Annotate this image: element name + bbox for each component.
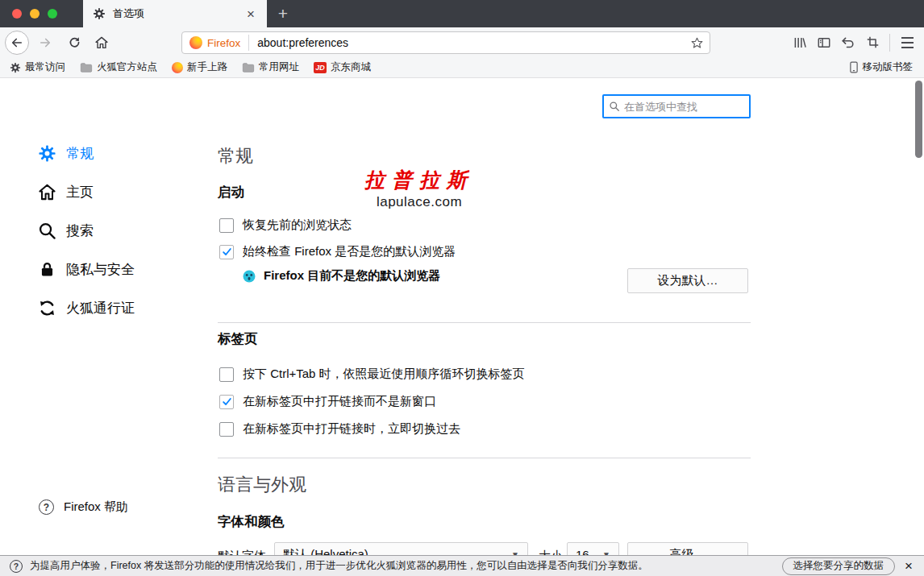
gear-icon — [10, 62, 21, 73]
bookmark-most-visited[interactable]: 最常访问 — [10, 60, 65, 74]
url-text[interactable]: about:preferences — [249, 36, 690, 49]
hamburger-icon — [901, 37, 914, 48]
site-identity[interactable]: Firefox — [182, 35, 249, 51]
close-icon[interactable]: × — [905, 559, 913, 573]
checkbox-row-check-default: 始终检查 Firefox 是否是您的默认浏览器 — [219, 244, 456, 259]
checkbox-label[interactable]: 按下 Ctrl+Tab 时，依照最近使用顺序循环切换标签页 — [243, 367, 525, 382]
checkbox-label[interactable]: 恢复先前的浏览状态 — [243, 218, 352, 233]
library-icon — [793, 35, 807, 50]
default-browser-status: Firefox 目前不是您的默认浏览器 — [242, 268, 440, 284]
bookmark-getting-started[interactable]: 新手上路 — [172, 60, 227, 74]
tab-title: 首选项 — [113, 6, 244, 21]
reload-icon — [68, 35, 81, 49]
sync-icon — [37, 298, 56, 317]
search-icon — [609, 101, 620, 112]
bookmarks-toolbar: 最常访问 火狐官方站点 新手上路 常用网址 JD 京东商城 移动版书签 — [0, 57, 924, 78]
bookmark-label: 移动版书签 — [863, 60, 914, 74]
font-size-select[interactable]: 16 ▼ — [567, 542, 619, 555]
tabs-heading: 标签页 — [218, 330, 258, 348]
sidebar-item-home[interactable]: 主页 — [32, 172, 194, 211]
sidebar-item-label: 常规 — [66, 144, 94, 163]
font-size-label: 大小 — [539, 549, 563, 555]
status-text: Firefox 目前不是您的默认浏览器 — [264, 268, 440, 284]
bookmark-label: 新手上路 — [187, 60, 227, 74]
preferences-page: 常规 主页 搜索 隐私与安全 — [0, 78, 924, 555]
lock-icon — [37, 259, 56, 279]
checkbox-label[interactable]: 始终检查 Firefox 是否是您的默认浏览器 — [243, 244, 456, 259]
bookmark-label: 京东商城 — [331, 60, 371, 74]
gear-icon — [37, 143, 56, 163]
library-button[interactable] — [788, 31, 812, 54]
set-default-button[interactable]: 设为默认… — [627, 268, 748, 293]
sidebar-item-privacy-security[interactable]: 隐私与安全 — [32, 250, 194, 288]
screenshot-button[interactable] — [860, 31, 884, 54]
maximize-window-button[interactable] — [48, 9, 57, 19]
watermark-text: 拉普拉斯 — [364, 167, 474, 193]
check-icon — [222, 396, 232, 407]
bookmark-mobile-bookmarks[interactable]: 移动版书签 — [849, 60, 914, 74]
checkbox[interactable] — [219, 245, 234, 259]
forward-arrow-icon — [38, 35, 52, 50]
section-divider — [218, 458, 751, 458]
back-button[interactable] — [5, 31, 29, 55]
preferences-search-box[interactable] — [602, 94, 751, 118]
sidebar-item-label: 火狐通行证 — [66, 299, 135, 317]
bookmark-star-icon[interactable] — [690, 36, 704, 50]
navigation-toolbar: Firefox about:preferences — [0, 27, 924, 57]
checkbox-row-ctrl-tab: 按下 Ctrl+Tab 时，依照最近使用顺序循环切换标签页 — [219, 367, 525, 382]
notification-message: 为提高用户体验，Firefox 将发送部分功能的使用情况给我们，用于进一步优化火… — [30, 559, 648, 573]
sidebar-item-label: 搜索 — [66, 222, 94, 240]
checkbox-label[interactable]: 在新标签页中打开链接时，立即切换过去 — [243, 421, 460, 437]
sidebar-item-label: 主页 — [66, 183, 94, 201]
forward-button[interactable] — [34, 31, 56, 54]
checkbox[interactable] — [219, 395, 234, 409]
section-divider — [218, 322, 751, 323]
menu-button[interactable] — [895, 31, 919, 54]
sidebar-item-search[interactable]: 搜索 — [32, 211, 194, 250]
sidebars-button[interactable] — [812, 31, 836, 54]
checkbox[interactable] — [219, 218, 234, 233]
gear-icon — [93, 7, 106, 20]
back-arrow-icon — [10, 35, 24, 50]
undo-button[interactable] — [836, 31, 860, 54]
scrollbar-thumb[interactable] — [915, 81, 922, 158]
toolbar-separator — [889, 34, 890, 52]
phone-icon — [849, 61, 859, 73]
sidebar-item-firefox-account[interactable]: 火狐通行证 — [32, 288, 194, 327]
close-window-button[interactable] — [12, 9, 22, 19]
choose-shared-data-button[interactable]: 选择您要分享的数据 — [782, 557, 896, 575]
folder-icon — [80, 62, 93, 73]
search-icon — [37, 221, 56, 240]
search-input[interactable] — [624, 101, 744, 113]
telemetry-notification-bar: ? 为提高用户体验，Firefox 将发送部分功能的使用情况给我们，用于进一步优… — [0, 555, 924, 576]
minimize-window-button[interactable] — [30, 9, 40, 19]
sad-face-icon — [242, 269, 256, 284]
tab-close-icon[interactable]: × — [244, 7, 257, 21]
checkbox-label[interactable]: 在新标签页中打开链接而不是新窗口 — [243, 394, 436, 409]
watermark: 拉普拉斯 lapulace.com — [364, 167, 474, 210]
language-appearance-heading: 语言与外观 — [218, 473, 306, 497]
bookmark-folder-firefox-official[interactable]: 火狐官方站点 — [80, 60, 157, 74]
checkbox[interactable] — [219, 422, 234, 437]
url-bar[interactable]: Firefox about:preferences — [181, 31, 710, 54]
info-question-icon: ? — [10, 560, 23, 573]
jd-icon: JD — [314, 62, 327, 73]
crop-icon — [866, 35, 880, 49]
advanced-fonts-button[interactable]: 高级… — [627, 542, 748, 555]
new-tab-button[interactable]: + — [273, 3, 293, 24]
home-icon — [94, 35, 109, 50]
default-font-row: 默认字体 默认 (Helvetica) ▼ 大小 16 ▼ 高级… — [218, 542, 751, 555]
checkbox-row-restore-session: 恢复先前的浏览状态 — [219, 218, 352, 233]
checkbox[interactable] — [219, 367, 234, 382]
default-font-select[interactable]: 默认 (Helvetica) ▼ — [274, 542, 528, 555]
tab-preferences[interactable]: 首选项 × — [83, 0, 267, 27]
bookmark-jd-mall[interactable]: JD 京东商城 — [314, 60, 371, 74]
fonts-colors-heading: 字体和颜色 — [218, 513, 285, 531]
reload-button[interactable] — [63, 31, 85, 54]
firefox-help-link[interactable]: ? Firefox 帮助 — [39, 499, 128, 515]
bookmark-folder-common-sites[interactable]: 常用网址 — [242, 60, 299, 74]
sidebar-item-general[interactable]: 常规 — [32, 134, 194, 172]
home-icon — [37, 182, 56, 201]
home-button[interactable] — [90, 31, 113, 54]
toolbar-right-icons — [788, 27, 919, 57]
